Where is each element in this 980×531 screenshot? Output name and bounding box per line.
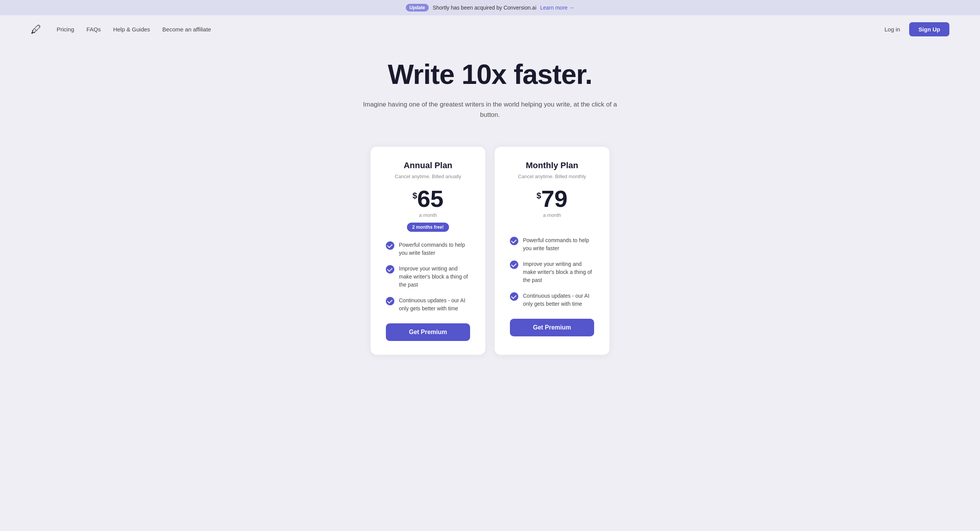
annual-plan-name: Annual Plan bbox=[386, 161, 470, 170]
check-icon-m3 bbox=[510, 292, 518, 301]
annual-plan-billing: Cancel anytime. Billed anually bbox=[386, 174, 470, 179]
hero-section: Write 10x faster. Imagine having one of … bbox=[0, 43, 980, 147]
annual-feature-3-text: Continuous updates - our AI only gets be… bbox=[399, 297, 470, 313]
monthly-feature-2-text: Improve your writing and make writer's b… bbox=[523, 260, 594, 284]
monthly-feature-3: Continuous updates - our AI only gets be… bbox=[510, 292, 594, 308]
login-button[interactable]: Log in bbox=[884, 26, 900, 33]
announcement-link[interactable]: Learn more → bbox=[540, 5, 574, 11]
nav-faqs[interactable]: FAQs bbox=[87, 26, 101, 33]
monthly-plan-billing: Cancel anytime. Billed monthly bbox=[510, 174, 594, 179]
announcement-bar: Update Shortly has been acquired by Conv… bbox=[0, 0, 980, 15]
annual-plan-period: a month bbox=[386, 212, 470, 218]
check-icon-m2 bbox=[510, 261, 518, 269]
monthly-plan-price: $79 bbox=[536, 187, 567, 211]
monthly-feature-1-text: Powerful commands to help you write fast… bbox=[523, 236, 594, 252]
check-icon-3 bbox=[386, 297, 394, 305]
monthly-plan-card: Monthly Plan Cancel anytime. Billed mont… bbox=[495, 147, 609, 355]
nav-pricing[interactable]: Pricing bbox=[57, 26, 74, 33]
nav-links: Pricing FAQs Help & Guides Become an aff… bbox=[57, 26, 211, 33]
annual-feature-1: Powerful commands to help you write fast… bbox=[386, 241, 470, 257]
check-icon-1 bbox=[386, 241, 394, 250]
monthly-get-premium-button[interactable]: Get Premium bbox=[510, 319, 594, 336]
monthly-plan-period: a month bbox=[510, 212, 594, 218]
annual-free-badge: 2 months free! bbox=[407, 223, 449, 232]
announcement-badge: Update bbox=[406, 4, 429, 11]
nav-right: Log in Sign Up bbox=[884, 22, 949, 36]
annual-features-list: Powerful commands to help you write fast… bbox=[386, 241, 470, 313]
hero-subtitle: Imagine having one of the greatest write… bbox=[360, 99, 620, 120]
annual-feature-1-text: Powerful commands to help you write fast… bbox=[399, 241, 470, 257]
nav-help[interactable]: Help & Guides bbox=[113, 26, 150, 33]
nav-left: 🖊 Pricing FAQs Help & Guides Become an a… bbox=[31, 23, 211, 36]
signup-button[interactable]: Sign Up bbox=[909, 22, 949, 36]
annual-feature-3: Continuous updates - our AI only gets be… bbox=[386, 297, 470, 313]
annual-plan-price: $65 bbox=[412, 187, 443, 211]
annual-get-premium-button[interactable]: Get Premium bbox=[386, 323, 470, 341]
monthly-plan-name: Monthly Plan bbox=[510, 161, 594, 170]
annual-feature-2-text: Improve your writing and make writer's b… bbox=[399, 265, 470, 289]
monthly-features-list: Powerful commands to help you write fast… bbox=[510, 236, 594, 308]
check-icon-m1 bbox=[510, 237, 518, 245]
nav-affiliate[interactable]: Become an affiliate bbox=[162, 26, 211, 33]
announcement-text: Shortly has been acquired by Conversion.… bbox=[433, 5, 536, 11]
check-icon-2 bbox=[386, 265, 394, 274]
annual-plan-card: Annual Plan Cancel anytime. Billed anual… bbox=[371, 147, 485, 355]
annual-feature-2: Improve your writing and make writer's b… bbox=[386, 265, 470, 289]
hero-title: Write 10x faster. bbox=[8, 59, 972, 90]
monthly-feature-2: Improve your writing and make writer's b… bbox=[510, 260, 594, 284]
monthly-feature-1: Powerful commands to help you write fast… bbox=[510, 236, 594, 252]
monthly-feature-3-text: Continuous updates - our AI only gets be… bbox=[523, 292, 594, 308]
pricing-container: Annual Plan Cancel anytime. Billed anual… bbox=[0, 147, 980, 378]
logo: 🖊 bbox=[31, 23, 41, 36]
navigation: 🖊 Pricing FAQs Help & Guides Become an a… bbox=[0, 15, 980, 43]
monthly-badge-spacer bbox=[510, 223, 594, 236]
